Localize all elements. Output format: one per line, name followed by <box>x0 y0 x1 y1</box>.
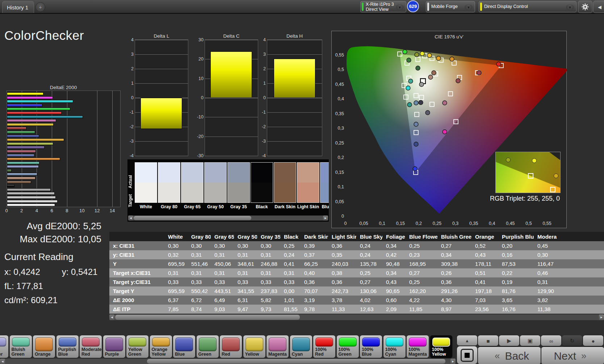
bar-red <box>7 127 26 130</box>
play-button[interactable]: ▶ <box>499 335 519 346</box>
stop-button[interactable]: ■ <box>478 335 498 346</box>
cell: 0,32 <box>164 252 188 258</box>
scrollbar-thumb[interactable] <box>115 315 300 320</box>
pattern-moderate-red[interactable]: ModerateRed <box>80 335 102 358</box>
cell: 0,30 <box>211 243 234 249</box>
cell: 3,19 <box>301 297 328 303</box>
pattern-orange[interactable]: Orange <box>33 335 55 358</box>
measured-marker <box>432 71 436 75</box>
swatch-name: Blue Sky <box>320 204 329 209</box>
measured-marker <box>408 79 413 83</box>
pattern-blue[interactable]: Blue <box>173 335 195 358</box>
column-header-blue-flower: Blue Flower <box>406 234 437 240</box>
scrollbar-thumb[interactable] <box>134 216 251 220</box>
cell: 90,65 <box>382 288 406 294</box>
pattern-orange-yellow[interactable]: OrangeYellow <box>150 335 172 358</box>
next-button[interactable]: Next » <box>541 347 604 364</box>
swatch-scrollbar[interactable]: ◄ ► <box>128 216 328 221</box>
pattern-color-chip <box>339 338 357 347</box>
measured-marker <box>413 167 417 171</box>
pattern-bluish-green[interactable]: BluishGreen <box>10 335 32 358</box>
pattern-window-button[interactable] <box>457 346 477 364</box>
y-tick: 0,55 <box>333 53 344 58</box>
bar-purplish-blue <box>7 154 34 157</box>
target-row-label: Target <box>128 184 134 217</box>
pattern-window-button[interactable]: ▣ <box>520 335 540 346</box>
settings-button[interactable] <box>578 1 592 13</box>
swatch-black: Black <box>251 162 273 209</box>
delta-chart-title: Delta L <box>135 33 188 39</box>
pattern-100-green[interactable]: 100%Green <box>337 335 359 358</box>
y-tick: 0,05 <box>333 199 344 204</box>
scroll-right-button[interactable]: ► <box>323 216 328 221</box>
column-header-blue-sky: Blue Sky <box>356 234 382 240</box>
workflow-dropdown[interactable]: Direct Display Control ▼ <box>479 1 576 12</box>
pattern-magenta[interactable]: Magenta <box>267 335 289 358</box>
table-row: x: CIE310,300,300,300,300,300,250,390,36… <box>109 241 604 250</box>
scroll-left-button[interactable]: ◄ <box>0 359 5 364</box>
measured-marker <box>420 51 424 56</box>
reading-count-badge[interactable]: 629 <box>407 0 419 12</box>
pattern-blue-flower[interactable]: BlueFlower <box>0 335 8 358</box>
pattern-purple[interactable]: Purple <box>103 335 125 358</box>
scroll-left-button[interactable]: ◄ <box>109 314 114 320</box>
pattern-red[interactable]: Red <box>220 335 242 358</box>
pattern-color-chip <box>246 338 263 351</box>
pattern-yellow[interactable]: Yellow <box>243 335 265 358</box>
scroll-right-button[interactable]: ► <box>450 359 456 364</box>
cell: 0,33 <box>188 279 211 285</box>
cell: 0,23 <box>406 252 437 258</box>
pattern-100-cyan[interactable]: 100%Cyan <box>383 335 406 358</box>
pattern-yellow-green[interactable]: YellowGreen <box>126 335 148 358</box>
pattern-strip-scrollbar[interactable]: ◄ ► <box>0 359 456 364</box>
pattern-label: 100%Blue <box>360 347 382 358</box>
record-button[interactable]: ● <box>583 335 603 346</box>
pattern-100-blue[interactable]: 100%Blue <box>360 335 382 358</box>
pattern-cyan[interactable]: Cyan <box>290 335 312 358</box>
pattern-green[interactable]: Green <box>197 335 219 358</box>
collapse-strip-button[interactable]: ▲ <box>457 335 477 346</box>
collapse-panel-button[interactable]: ◀ <box>593 1 604 13</box>
y-tick: -3 <box>256 139 266 144</box>
tab-history-1[interactable]: History 1 <box>2 1 34 13</box>
cell: 4,02 <box>356 297 382 303</box>
pattern-purplish-blue[interactable]: PurplishBlue <box>56 335 79 358</box>
row-label: Y <box>109 261 164 267</box>
delta-plot: 43210-1-2-3-4 <box>267 39 322 156</box>
reading-fl: fL: 177,81 <box>4 281 97 291</box>
delta-l-chart: Delta L43210-1-2-3-4 <box>135 33 188 156</box>
cell: 6,72 <box>188 297 211 303</box>
bar-purple <box>7 146 45 149</box>
pattern-100-red[interactable]: 100%Red <box>313 335 335 358</box>
pattern-100-yellow[interactable]: 100%Yellow <box>430 335 452 358</box>
cell: 0,00 <box>280 288 301 294</box>
cell: 178,11 <box>471 261 498 267</box>
y-tick: 0,45 <box>333 82 344 87</box>
pattern-label: Yellow <box>243 352 265 358</box>
pattern-label: BluishGreen <box>10 347 32 358</box>
source-dropdown[interactable]: Mobile Forge ▼ <box>426 1 475 12</box>
meter-dropdown[interactable]: X-Rite i1Pro 3Direct View ▼ <box>360 1 406 12</box>
back-button[interactable]: « Back <box>478 347 541 364</box>
pattern-label: 100%Red <box>313 347 335 358</box>
cell: 9,73 <box>257 306 280 312</box>
cell: 0,41 <box>280 261 301 267</box>
chevron-down-icon: ▼ <box>396 4 404 10</box>
x-tick: 6 <box>51 208 53 213</box>
row-label: Target x:CIE31 <box>109 270 164 276</box>
table-scrollbar[interactable]: ◄ ► <box>109 314 604 320</box>
bar-100-cyan <box>7 100 73 103</box>
column-header-orange: Orange <box>471 234 498 240</box>
arrow-left-icon: ◀ <box>598 4 601 10</box>
scroll-right-button[interactable]: ► <box>599 314 604 320</box>
pattern-100-magenta[interactable]: 100%Magenta <box>407 335 429 358</box>
loop-button[interactable]: ∞ <box>541 335 561 346</box>
y-tick: 0 <box>194 95 204 100</box>
swatch-name: Gray 35 <box>227 204 250 209</box>
scrollbar-thumb[interactable] <box>147 359 445 364</box>
table-row: Y695,59551,46450,06348,61246,880,4166,25… <box>109 259 604 268</box>
add-tab-button[interactable]: + <box>35 2 45 12</box>
measured-marker <box>442 130 447 134</box>
scroll-left-button[interactable]: ◄ <box>128 216 133 221</box>
refresh-button[interactable]: ↻ <box>562 335 582 346</box>
